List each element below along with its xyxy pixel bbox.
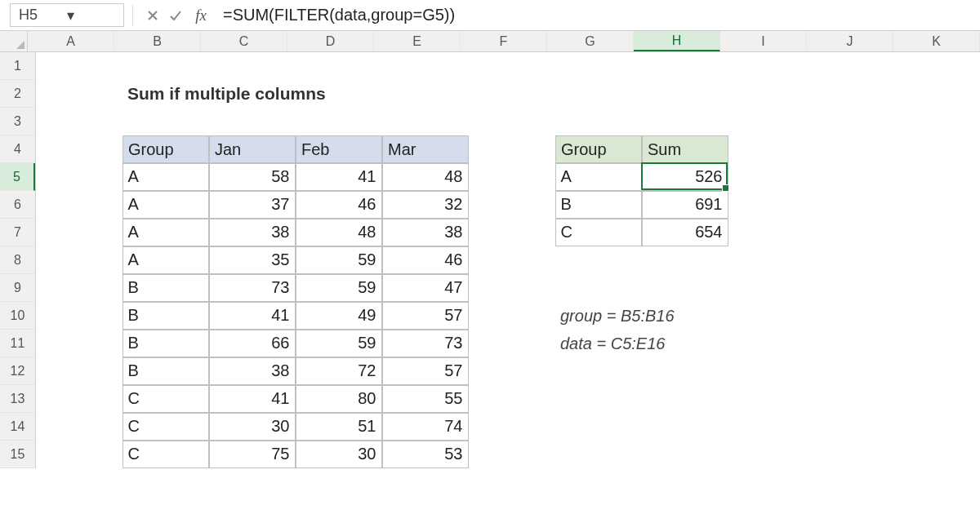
data-cell[interactable]: 38 [209, 219, 296, 246]
row-header-15[interactable]: 15 [0, 441, 35, 468]
col-header-J[interactable]: J [807, 31, 893, 51]
data-header: Feb [296, 135, 382, 163]
note-line: group = B5:B16 [555, 302, 815, 330]
row-header-14[interactable]: 14 [0, 413, 35, 441]
row-header-9[interactable]: 9 [0, 274, 35, 302]
data-cell[interactable]: 59 [296, 246, 382, 274]
data-cell[interactable]: 74 [382, 413, 469, 441]
data-cell[interactable]: 46 [296, 191, 382, 219]
data-cell[interactable]: C [122, 385, 209, 413]
col-header-B[interactable]: B [114, 31, 201, 51]
data-cell[interactable]: C [122, 441, 209, 468]
note-line: data = C5:E16 [555, 330, 815, 357]
data-cell[interactable]: 51 [296, 413, 382, 441]
col-header-F[interactable]: F [461, 31, 547, 51]
divider [132, 5, 133, 25]
row-headers: 123456789101112131415 [0, 52, 36, 468]
data-cell[interactable]: A [122, 246, 209, 274]
col-header-G[interactable]: G [547, 31, 634, 51]
name-box[interactable]: H5 ▾ [10, 3, 124, 27]
summary-cell[interactable]: C [555, 219, 642, 246]
data-cell[interactable]: 75 [209, 441, 296, 468]
row-header-4[interactable]: 4 [0, 135, 35, 163]
summary-header: Sum [642, 135, 728, 163]
row-header-2[interactable]: 2 [0, 80, 35, 108]
select-all-corner[interactable] [0, 31, 28, 51]
data-cell[interactable]: 57 [382, 357, 469, 385]
data-cell[interactable]: 37 [209, 191, 296, 219]
formula-bar: H5 ▾ fx [0, 0, 980, 31]
summary-cell[interactable]: 526 [642, 163, 728, 191]
data-cell[interactable]: 30 [296, 441, 382, 468]
data-cell[interactable]: 47 [382, 274, 469, 302]
col-header-I[interactable]: I [720, 31, 807, 51]
data-cell[interactable]: 41 [296, 163, 382, 191]
row-header-12[interactable]: 12 [0, 357, 35, 385]
cancel-icon[interactable] [141, 0, 164, 30]
summary-cell[interactable]: 654 [642, 219, 728, 246]
data-cell[interactable]: 32 [382, 191, 469, 219]
row-header-8[interactable]: 8 [0, 246, 35, 274]
col-header-H[interactable]: H [634, 31, 720, 51]
data-cell[interactable]: 73 [209, 274, 296, 302]
data-cell[interactable]: 73 [382, 330, 469, 357]
data-cell[interactable]: B [122, 357, 209, 385]
row-header-7[interactable]: 7 [0, 219, 35, 246]
data-cell[interactable]: 38 [382, 219, 469, 246]
data-cell[interactable]: 80 [296, 385, 382, 413]
data-cell[interactable]: 59 [296, 274, 382, 302]
data-cell[interactable]: B [122, 274, 209, 302]
column-headers: ABCDEFGHIJK [0, 31, 980, 52]
col-header-D[interactable]: D [287, 31, 374, 51]
data-header: Jan [209, 135, 296, 163]
data-cell[interactable]: 41 [209, 385, 296, 413]
data-cell[interactable]: 48 [382, 163, 469, 191]
col-header-E[interactable]: E [374, 31, 461, 51]
data-header: Mar [382, 135, 469, 163]
row-header-11[interactable]: 11 [0, 330, 35, 357]
summary-cell[interactable]: B [555, 191, 642, 219]
col-header-K[interactable]: K [893, 31, 980, 51]
data-cell[interactable]: 48 [296, 219, 382, 246]
formula-input[interactable] [215, 0, 980, 30]
row-header-3[interactable]: 3 [0, 108, 35, 135]
data-cell[interactable]: C [122, 413, 209, 441]
data-cell[interactable]: 72 [296, 357, 382, 385]
cells-area[interactable]: Sum if multiple columnsGroupJanFebMarA58… [36, 52, 980, 468]
row-header-13[interactable]: 13 [0, 385, 35, 413]
enter-icon[interactable] [164, 0, 187, 30]
data-cell[interactable]: 58 [209, 163, 296, 191]
data-cell[interactable]: A [122, 191, 209, 219]
grid: 123456789101112131415 Sum if multiple co… [0, 52, 980, 468]
row-header-5[interactable]: 5 [0, 163, 35, 191]
name-box-value: H5 [19, 7, 67, 24]
row-header-1[interactable]: 1 [0, 52, 35, 80]
summary-cell[interactable]: A [555, 163, 642, 191]
data-cell[interactable]: 35 [209, 246, 296, 274]
page-title: Sum if multiple columns [122, 80, 469, 108]
summary-cell[interactable]: 691 [642, 191, 728, 219]
row-header-6[interactable]: 6 [0, 191, 35, 219]
data-cell[interactable]: 53 [382, 441, 469, 468]
summary-header: Group [555, 135, 642, 163]
data-cell[interactable]: 55 [382, 385, 469, 413]
data-cell[interactable]: 46 [382, 246, 469, 274]
data-cell[interactable]: 41 [209, 302, 296, 330]
fx-icon[interactable]: fx [187, 0, 215, 30]
data-cell[interactable]: 59 [296, 330, 382, 357]
data-cell[interactable]: B [122, 330, 209, 357]
data-cell[interactable]: 66 [209, 330, 296, 357]
data-header: Group [122, 135, 209, 163]
data-cell[interactable]: A [122, 163, 209, 191]
data-cell[interactable]: 38 [209, 357, 296, 385]
data-cell[interactable]: A [122, 219, 209, 246]
chevron-down-icon[interactable]: ▾ [67, 7, 115, 24]
col-header-C[interactable]: C [201, 31, 287, 51]
data-cell[interactable]: 30 [209, 413, 296, 441]
data-cell[interactable]: 57 [382, 302, 469, 330]
col-header-A[interactable]: A [28, 31, 114, 51]
row-header-10[interactable]: 10 [0, 302, 35, 330]
data-cell[interactable]: B [122, 302, 209, 330]
data-cell[interactable]: 49 [296, 302, 382, 330]
